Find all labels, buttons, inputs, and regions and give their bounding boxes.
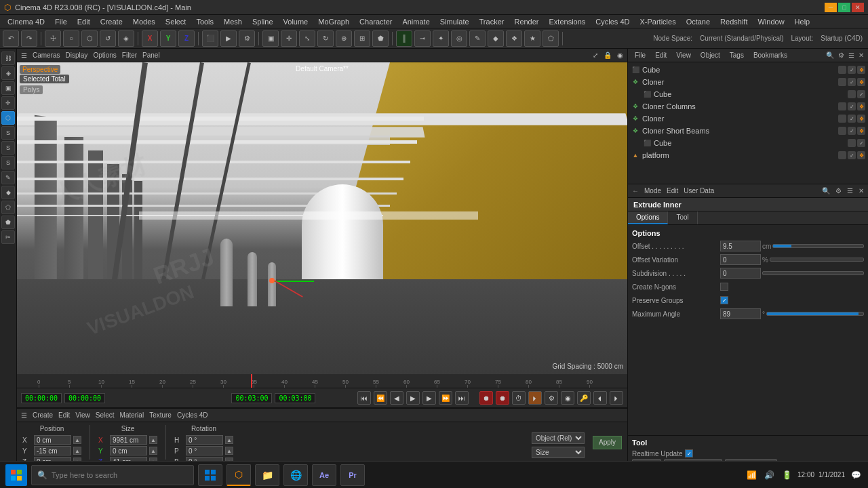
tb-render[interactable]: ⚙ bbox=[239, 30, 255, 47]
vp-panel[interactable]: Panel bbox=[142, 52, 160, 59]
subdiv-input[interactable] bbox=[720, 268, 761, 279]
cube-1-vis-3[interactable]: ❖ bbox=[857, 66, 865, 74]
tb-circle[interactable]: ○ bbox=[63, 30, 79, 47]
tool-select-obj[interactable]: ◈ bbox=[1, 66, 15, 80]
tb-cube3d[interactable]: ⬡ bbox=[81, 30, 98, 47]
tb-rotate[interactable]: ↻ bbox=[317, 30, 334, 47]
props-back-icon[interactable]: ← bbox=[632, 187, 639, 195]
tree-item-cube-2[interactable]: ⬛ Cube ✓ bbox=[629, 88, 867, 100]
tb-refresh[interactable]: ↺ bbox=[100, 30, 116, 47]
props-settings-icon[interactable]: ⚙ bbox=[835, 187, 842, 195]
tb-box[interactable]: ▣ bbox=[262, 30, 279, 47]
tb-new[interactable]: ☩ bbox=[45, 30, 61, 47]
props-mode-mode[interactable]: Mode bbox=[644, 187, 661, 195]
coord-dropdown-1[interactable]: Object (Rel) bbox=[532, 432, 585, 444]
tb-render-region[interactable]: ▶ bbox=[220, 30, 237, 47]
cloner-cols-vis-1[interactable] bbox=[838, 102, 846, 110]
cloner-1-vis-2[interactable]: ✓ bbox=[848, 78, 856, 86]
coord-dropdown-2[interactable]: Size bbox=[532, 447, 585, 458]
scene-tab-object[interactable]: Object bbox=[698, 51, 723, 60]
taskbar-app-store[interactable] bbox=[198, 464, 222, 486]
tb-select[interactable]: ◎ bbox=[451, 30, 467, 47]
tb-scale[interactable]: ⤡ bbox=[299, 30, 315, 47]
tb-undo[interactable]: ↶ bbox=[3, 30, 19, 47]
tree-item-cloner-columns[interactable]: ❖ Cloner Columns ✓ ❖ bbox=[629, 100, 867, 113]
preserve-checkbox[interactable]: ✓ bbox=[720, 296, 728, 304]
taskbar-app-pr[interactable]: Pr bbox=[340, 464, 365, 486]
scene-search-icon[interactable]: 🔍 bbox=[826, 52, 834, 59]
cloner-beams-vis-1[interactable] bbox=[838, 127, 846, 135]
props-layers-icon[interactable]: ☰ bbox=[847, 187, 853, 195]
menu-character[interactable]: Character bbox=[355, 16, 397, 27]
tray-sound-icon[interactable]: 🔊 bbox=[762, 468, 776, 482]
cube-1-vis-1[interactable] bbox=[838, 66, 846, 74]
menu-spline[interactable]: Spline bbox=[248, 16, 278, 27]
settings-btn[interactable]: ⚙ bbox=[545, 391, 558, 405]
cube-1-vis-2[interactable]: ✓ bbox=[848, 66, 856, 74]
minimize-button[interactable]: ─ bbox=[825, 3, 837, 12]
scene-tab-view[interactable]: View bbox=[673, 51, 694, 60]
tb-move[interactable]: ✛ bbox=[281, 30, 297, 47]
vp-solo[interactable]: ◉ bbox=[617, 52, 623, 59]
platform-vis-2[interactable]: ✓ bbox=[848, 151, 856, 159]
tb-divider[interactable]: ║ bbox=[396, 30, 412, 47]
cube-2-vis-2[interactable]: ✓ bbox=[857, 90, 865, 98]
close-button[interactable]: ✕ bbox=[852, 3, 864, 12]
taskbar-app-ae[interactable]: Ae bbox=[312, 464, 336, 486]
cube-3-vis-1[interactable] bbox=[848, 139, 856, 147]
cloner-2-vis-3[interactable]: ❖ bbox=[857, 115, 865, 123]
step-back-button[interactable]: ⏪ bbox=[374, 391, 387, 405]
vp-expand[interactable]: ⤢ bbox=[593, 52, 598, 59]
menu-simulate[interactable]: Simulate bbox=[435, 16, 474, 27]
platform-vis-1[interactable] bbox=[838, 151, 846, 159]
bottom-cycles4d[interactable]: Cycles 4D bbox=[177, 411, 208, 419]
record-btn-2[interactable]: ⏺ bbox=[496, 391, 509, 405]
tb-magnet[interactable]: ⊸ bbox=[414, 30, 431, 47]
taskbar-app-cinema4d[interactable]: ⬡ bbox=[226, 464, 251, 486]
autokey-btn[interactable]: 🔑 bbox=[577, 391, 591, 405]
tree-item-cloner-beams[interactable]: ❖ Cloner Short Beams ✓ ❖ bbox=[629, 125, 867, 137]
vp-lock[interactable]: 🔒 bbox=[604, 52, 612, 59]
taskbar-app-browser[interactable]: 🌐 bbox=[283, 464, 308, 486]
tb-snap2[interactable]: ✦ bbox=[433, 30, 449, 47]
tool-select[interactable]: ▣ bbox=[1, 81, 15, 95]
bottom-view[interactable]: View bbox=[75, 411, 90, 419]
tree-item-cloner-2[interactable]: ❖ Cloner ✓ ❖ bbox=[629, 113, 867, 125]
go-end-button[interactable]: ⏭ bbox=[455, 391, 469, 405]
cloner-2-vis-2[interactable]: ✓ bbox=[848, 115, 856, 123]
tb-y-axis[interactable]: Y bbox=[160, 30, 176, 47]
tb-star[interactable]: ★ bbox=[524, 30, 540, 47]
menu-xparticles[interactable]: X-Particles bbox=[635, 16, 680, 27]
cube-2-vis-1[interactable] bbox=[848, 90, 856, 98]
cloner-beams-vis-2[interactable]: ✓ bbox=[848, 127, 856, 135]
start-button[interactable] bbox=[5, 464, 27, 486]
cloner-cols-vis-2[interactable]: ✓ bbox=[848, 102, 856, 110]
subdiv-slider[interactable] bbox=[762, 271, 864, 275]
tb-cloner[interactable]: ⬟ bbox=[372, 30, 389, 47]
menu-render[interactable]: Render bbox=[509, 16, 543, 27]
play-back-button[interactable]: ◀ bbox=[390, 391, 403, 405]
pos-y-input[interactable] bbox=[34, 446, 71, 455]
taskbar-app-explorer[interactable]: 📁 bbox=[255, 464, 279, 486]
tool-spline2[interactable]: S bbox=[1, 141, 15, 155]
pos-x-input[interactable] bbox=[34, 435, 71, 445]
size-y-spin[interactable]: ▲ bbox=[149, 447, 157, 455]
menu-window[interactable]: Window bbox=[753, 16, 789, 27]
size-x-input[interactable] bbox=[110, 435, 147, 445]
props-mode-userdata[interactable]: User Data bbox=[684, 187, 714, 195]
bottom-material[interactable]: Material bbox=[120, 411, 144, 419]
menu-file[interactable]: File bbox=[50, 16, 72, 27]
menu-edit[interactable]: Edit bbox=[73, 16, 95, 27]
ngons-checkbox[interactable] bbox=[720, 283, 728, 291]
cloner-2-vis-1[interactable] bbox=[838, 115, 846, 123]
vp-menu-btn[interactable]: ☰ bbox=[21, 52, 27, 59]
tb-redo[interactable]: ↷ bbox=[21, 30, 37, 47]
scene-tab-edit[interactable]: Edit bbox=[652, 51, 669, 60]
props-tab-tool[interactable]: Tool bbox=[668, 211, 697, 224]
motion-btn[interactable]: ⏵ bbox=[528, 391, 542, 405]
tb-cluster[interactable]: ❖ bbox=[506, 30, 522, 47]
motion3-btn[interactable]: ⏵ bbox=[610, 391, 623, 405]
tb-snap[interactable]: ⊕ bbox=[336, 30, 352, 47]
tool-extrude[interactable]: ⬟ bbox=[1, 216, 15, 229]
rot-h-input[interactable] bbox=[186, 435, 223, 445]
